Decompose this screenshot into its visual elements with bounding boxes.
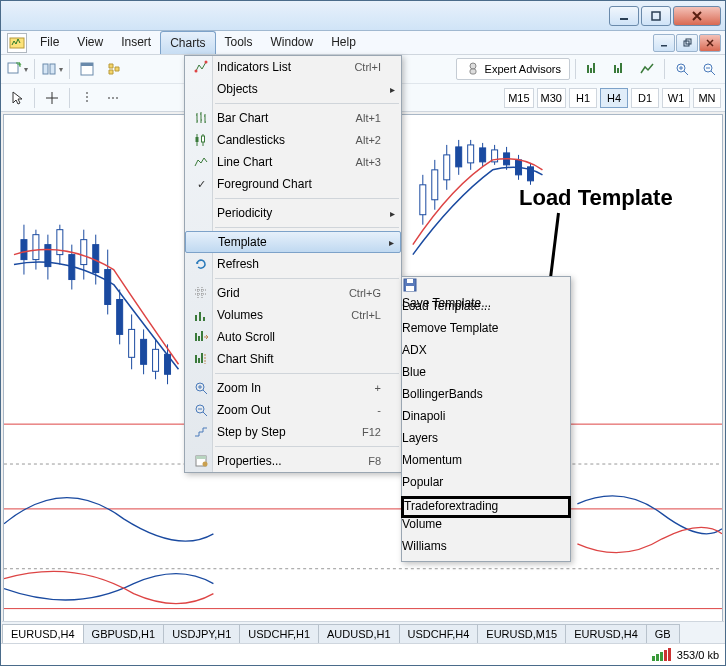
menu-item-template[interactable]: Template — [185, 231, 401, 253]
annotation-label: Load Template — [519, 185, 673, 211]
chart-tab[interactable]: EURUSD,H4 — [565, 624, 647, 643]
menu-insert[interactable]: Insert — [112, 31, 160, 54]
menu-item-label: Zoom In — [213, 381, 375, 395]
expert-advisors-button[interactable]: Expert Advisors — [456, 58, 570, 80]
svg-rect-0 — [620, 18, 628, 20]
chart-tab[interactable]: GB — [646, 624, 680, 643]
svg-rect-54 — [456, 147, 462, 167]
tf-d1[interactable]: D1 — [631, 88, 659, 108]
tf-mn[interactable]: MN — [693, 88, 721, 108]
market-watch-button[interactable] — [75, 58, 99, 80]
autoscroll-icon — [189, 329, 213, 345]
zoom-out-button[interactable] — [697, 58, 721, 80]
chart-tab[interactable]: USDJPY,H1 — [163, 624, 240, 643]
indicator2-button[interactable] — [608, 58, 632, 80]
menu-item-zoom-in[interactable]: Zoom In+ — [185, 377, 401, 399]
menu-charts[interactable]: Charts — [160, 31, 215, 54]
chart-tab[interactable]: USDCHF,H1 — [239, 624, 319, 643]
submenu-item-remove-template[interactable]: Remove Template — [402, 321, 570, 343]
menu-item-properties-[interactable]: Properties...F8 — [185, 450, 401, 472]
tf-h1[interactable]: H1 — [569, 88, 597, 108]
chart-tab[interactable]: EURUSD,H4 — [2, 624, 84, 643]
statusbar: 353/0 kb — [1, 643, 725, 665]
tf-m15[interactable]: M15 — [504, 88, 533, 108]
template-momentum[interactable]: Momentum — [402, 453, 570, 475]
chart-tab[interactable]: EURUSD,M15 — [477, 624, 566, 643]
menu-item-label: Step by Step — [213, 425, 362, 439]
menu-item-shortcut: F12 — [362, 426, 381, 438]
submenu-item-load-template-[interactable]: Load Template... — [402, 299, 570, 321]
zoomout-icon — [189, 402, 213, 418]
window-close-button[interactable] — [673, 6, 721, 26]
svg-point-68 — [205, 61, 208, 64]
tf-h4[interactable]: H4 — [600, 88, 628, 108]
menu-item-line-chart[interactable]: Line ChartAlt+3 — [185, 151, 401, 173]
menu-item-objects[interactable]: Objects — [185, 78, 401, 100]
menu-view[interactable]: View — [68, 31, 112, 54]
vline-button[interactable] — [75, 87, 99, 109]
menu-item-shortcut: F8 — [368, 455, 381, 467]
menu-file[interactable]: File — [31, 31, 68, 54]
submenu-item-save-template-[interactable]: Save Template... — [402, 277, 570, 299]
template-bollingerbands[interactable]: BollingerBands — [402, 387, 570, 409]
barchart-icon — [189, 110, 213, 126]
menu-item-refresh[interactable]: Refresh — [185, 253, 401, 275]
menu-help[interactable]: Help — [322, 31, 365, 54]
tf-w1[interactable]: W1 — [662, 88, 690, 108]
svg-rect-72 — [202, 136, 205, 142]
svg-rect-40 — [129, 329, 135, 357]
template-label: Momentum — [402, 453, 570, 467]
menu-item-candlesticks[interactable]: CandlesticksAlt+2 — [185, 129, 401, 151]
menu-item-chart-shift[interactable]: Chart Shift — [185, 348, 401, 370]
menu-tools[interactable]: Tools — [216, 31, 262, 54]
template-adx[interactable]: ADX — [402, 343, 570, 365]
template-label: Dinapoli — [402, 409, 570, 423]
chart-tab[interactable]: USDCHF,H4 — [399, 624, 479, 643]
template-tradeforextrading[interactable]: Tradeforextrading — [401, 496, 571, 518]
template-williams[interactable]: Williams — [402, 539, 570, 561]
menu-item-grid[interactable]: GridCtrl+G — [185, 282, 401, 304]
navigator-button[interactable] — [102, 58, 126, 80]
menu-item-label: Foreground Chart — [213, 177, 381, 191]
profiles-button[interactable] — [40, 58, 64, 80]
svg-rect-52 — [444, 155, 450, 180]
menu-item-foreground-chart[interactable]: Foreground Chart — [185, 173, 401, 195]
chart-tab[interactable]: AUDUSD,H1 — [318, 624, 400, 643]
window-maximize-button[interactable] — [641, 6, 671, 26]
submenu-item-label: Load Template... — [402, 299, 570, 313]
mdi-restore-button[interactable] — [676, 34, 698, 52]
indicator1-button[interactable] — [581, 58, 605, 80]
svg-rect-50 — [432, 170, 438, 200]
template-blue[interactable]: Blue — [402, 365, 570, 387]
template-volume[interactable]: Volume — [402, 517, 570, 539]
connection-bars-icon — [652, 648, 671, 661]
stepbystep-icon — [189, 424, 213, 440]
template-popular[interactable]: Popular — [402, 475, 570, 497]
menu-item-auto-scroll[interactable]: Auto Scroll — [185, 326, 401, 348]
cursor-button[interactable] — [5, 87, 29, 109]
menu-item-step-by-step[interactable]: Step by StepF12 — [185, 421, 401, 443]
menu-item-periodicity[interactable]: Periodicity — [185, 202, 401, 224]
menu-item-volumes[interactable]: VolumesCtrl+L — [185, 304, 401, 326]
template-layers[interactable]: Layers — [402, 431, 570, 453]
mdi-close-button[interactable] — [699, 34, 721, 52]
menu-item-zoom-out[interactable]: Zoom Out- — [185, 399, 401, 421]
zoom-in-button[interactable] — [670, 58, 694, 80]
tf-m30[interactable]: M30 — [537, 88, 566, 108]
svg-rect-83 — [406, 286, 414, 291]
window-minimize-button[interactable] — [609, 6, 639, 26]
menu-item-bar-chart[interactable]: Bar ChartAlt+1 — [185, 107, 401, 129]
check — [189, 177, 213, 191]
crosshair-button[interactable] — [40, 87, 64, 109]
menu-window[interactable]: Window — [262, 31, 323, 54]
line-chart-button[interactable] — [635, 58, 659, 80]
menu-item-indicators-list[interactable]: Indicators ListCtrl+I — [185, 56, 401, 78]
menu-item-label: Candlesticks — [213, 133, 356, 147]
chart-tab[interactable]: GBPUSD,H1 — [83, 624, 165, 643]
svg-rect-1 — [652, 12, 660, 20]
new-chart-button[interactable]: + — [5, 58, 29, 80]
template-dinapoli[interactable]: Dinapoli — [402, 409, 570, 431]
mdi-minimize-button[interactable] — [653, 34, 675, 52]
hline-button[interactable] — [102, 87, 126, 109]
menu-item-label: Refresh — [213, 257, 381, 271]
